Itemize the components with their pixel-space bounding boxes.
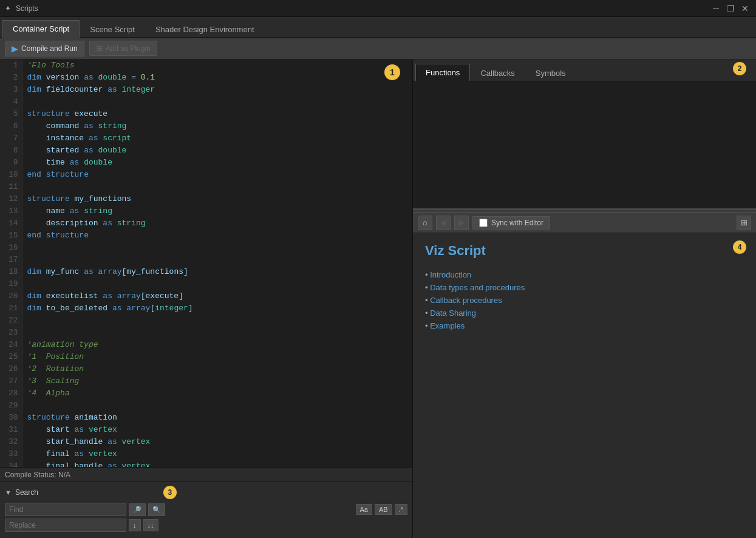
line-number: 28 [0, 387, 22, 400]
doc-title: Viz Script [425, 243, 744, 259]
replace-all-button[interactable]: ↓↓ [143, 519, 158, 531]
line-number: 16 [0, 242, 22, 254]
line-number: 27 [0, 375, 22, 387]
line-code: structure animation [22, 412, 412, 424]
line-number: 7 [0, 132, 22, 145]
search-label: Search [15, 488, 38, 497]
line-code [22, 96, 412, 108]
line-number: 23 [0, 327, 22, 339]
line-number: 24 [0, 339, 22, 351]
sync-editor-toggle[interactable]: Sync with Editor [472, 216, 550, 230]
doc-list-item[interactable]: Examples [425, 319, 744, 332]
line-code: final as vertex [22, 448, 412, 460]
line-number: 33 [0, 448, 22, 460]
line-code: dim executelist as array[execute] [22, 290, 412, 302]
tab-symbols[interactable]: Symbols [525, 64, 576, 81]
line-number: 10 [0, 169, 22, 181]
titlebar: ✦ Scripts ─ ❐ ✕ [0, 0, 756, 17]
line-number: 13 [0, 205, 22, 217]
line-number: 17 [0, 254, 22, 266]
badge-3: 3 [163, 486, 177, 499]
tab-container-script[interactable]: Container Script [2, 20, 80, 38]
tab-functions[interactable]: Functions [415, 64, 470, 81]
line-number: 25 [0, 351, 22, 363]
window-controls: ─ ❐ ✕ [710, 2, 751, 15]
doc-list-item[interactable]: Introduction [425, 268, 744, 281]
line-code: '2 Rotation [22, 363, 412, 375]
line-code [22, 278, 412, 290]
app-title: Scripts [16, 4, 705, 13]
line-code: end structure [22, 169, 412, 181]
compile-run-button[interactable]: ▶ Compile and Run [5, 41, 84, 56]
line-number: 30 [0, 412, 22, 424]
match-case-button[interactable]: Aa [356, 504, 372, 515]
doc-list-item[interactable]: Callback procedures [425, 294, 744, 307]
doc-list-item[interactable]: Data Sharing [425, 307, 744, 319]
line-number: 3 [0, 84, 22, 96]
main-tabbar: Container Script Scene Script Shader Des… [0, 17, 756, 38]
search-options: Aa AB .* [356, 504, 408, 515]
main-toolbar: ▶ Compile and Run ⊞ Add as Plugin [0, 38, 756, 60]
line-code: name as string [22, 205, 412, 217]
line-code [22, 181, 412, 193]
line-code [22, 400, 412, 412]
right-panel: Functions Callbacks Symbols 2 ⌂ ◀ ▶ Sync… [413, 60, 756, 538]
doc-list-item[interactable]: Data types and procedures [425, 281, 744, 294]
sync-checkbox[interactable] [479, 219, 488, 227]
main-layout: 1 1 'Flo Tools 2 dim version as double =… [0, 60, 756, 538]
line-number: 12 [0, 193, 22, 205]
find-input[interactable] [5, 503, 126, 516]
compile-status: Compile Status: N/A [5, 471, 70, 479]
replace-button[interactable]: ↓ [129, 519, 141, 531]
code-editor[interactable]: 1 1 'Flo Tools 2 dim version as double =… [0, 60, 412, 467]
line-number: 20 [0, 290, 22, 302]
line-code: '4 Alpha [22, 387, 412, 400]
line-number: 26 [0, 363, 22, 375]
search-replace-row: ↓ ↓↓ [5, 519, 407, 532]
line-code: description as string [22, 217, 412, 230]
tab-scene-script[interactable]: Scene Script [80, 21, 145, 38]
line-number: 34 [0, 460, 22, 467]
search-collapse-icon: ▼ [5, 489, 12, 496]
line-code: 'Flo Tools [22, 60, 412, 72]
home-button[interactable]: ⌂ [418, 216, 432, 230]
line-number: 6 [0, 120, 22, 132]
browser-toolbar: ⌂ ◀ ▶ Sync with Editor ⊞ [413, 213, 756, 233]
line-number: 29 [0, 400, 22, 412]
replace-input[interactable] [5, 519, 126, 532]
line-number: 15 [0, 230, 22, 242]
line-code [22, 242, 412, 254]
line-code: dim my_func as array[my_functions] [22, 266, 412, 278]
functions-content [413, 81, 756, 209]
layout-button[interactable]: ⊞ [737, 216, 751, 230]
line-code: end structure [22, 230, 412, 242]
add-plugin-button[interactable]: ⊞ Add as Plugin [89, 41, 157, 56]
whole-word-button[interactable]: AB [375, 504, 392, 515]
line-code: dim to_be_deleted as array[integer] [22, 302, 412, 315]
back-button[interactable]: ◀ [436, 216, 451, 230]
line-code: final_handle as vertex [22, 460, 412, 467]
restore-button[interactable]: ❐ [724, 2, 737, 15]
search-header[interactable]: ▼ Search 3 [5, 486, 407, 499]
forward-button[interactable]: ▶ [454, 216, 469, 230]
line-code: start as vertex [22, 424, 412, 436]
line-code [22, 254, 412, 266]
tab-shader-design[interactable]: Shader Design Environment [145, 21, 265, 38]
find-next-button[interactable]: 🔎 [129, 503, 146, 516]
regex-button[interactable]: .* [395, 504, 407, 515]
badge-1: 1 [384, 64, 400, 80]
line-number: 1 [0, 60, 22, 72]
doc-content: 4 Viz Script IntroductionData types and … [413, 233, 756, 538]
find-prev-button[interactable]: 🔍 [148, 503, 165, 516]
minimize-button[interactable]: ─ [710, 2, 722, 15]
code-table: 1 'Flo Tools 2 dim version as double = 0… [0, 60, 412, 467]
app-icon: ✦ [5, 4, 11, 13]
line-number: 11 [0, 181, 22, 193]
line-number: 21 [0, 302, 22, 315]
close-button[interactable]: ✕ [739, 2, 751, 15]
line-number: 8 [0, 145, 22, 157]
tab-callbacks[interactable]: Callbacks [470, 64, 525, 81]
line-number: 22 [0, 315, 22, 327]
line-number: 2 [0, 72, 22, 84]
line-code: started as double [22, 145, 412, 157]
